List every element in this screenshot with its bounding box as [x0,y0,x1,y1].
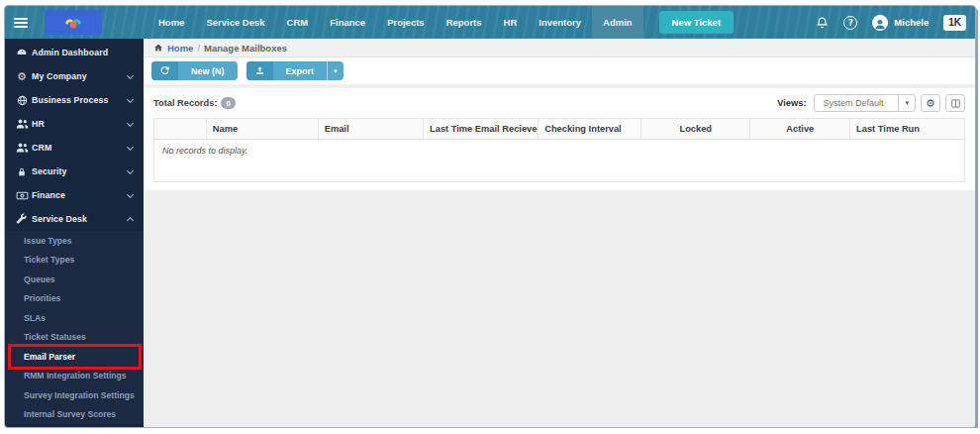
no-records-message: No records to display. [154,140,964,182]
submenu-item-ticket-statuses[interactable]: Ticket Statuses [5,328,144,348]
chevron-down-icon [127,72,134,79]
sidebar-item-crm[interactable]: CRM [5,136,144,160]
sidebar-item-service-desk[interactable]: Service Desk [5,207,144,231]
column-header-last-time-email-recieved[interactable]: Last Time Email Recieved [424,119,539,140]
sidebar-item-label: Finance [32,190,65,200]
column-header-locked[interactable]: Locked [641,119,750,140]
submenu-item-priorities[interactable]: Priorities [5,289,144,309]
sidebar-item-label: HR [32,119,45,129]
column-header-email[interactable]: Email [318,119,423,140]
nav-item-finance[interactable]: Finance [319,6,376,39]
submenu-item-issue-types[interactable]: Issue Types [5,231,144,251]
select-caret-icon: ▾ [898,95,915,111]
app-window: Home Service Desk CRM Finance Projects R… [4,5,976,428]
submenu-item-email-parser[interactable]: Email Parser [5,347,144,367]
sidebar-item-security[interactable]: Security [5,160,144,183]
grid-header-bar: Total Records: 0 Views: System Default ▾… [144,88,975,118]
chevron-down-icon [127,191,134,198]
globe-icon [14,95,30,106]
topbar-right-group: ? Michele 1K [816,15,975,31]
breadcrumb-separator: / [197,43,200,54]
nav-item-home[interactable]: Home [147,6,195,39]
views-selected-option: System Default [815,95,898,111]
user-avatar-icon [872,15,888,31]
columns-icon [950,98,961,109]
lock-icon [14,166,30,177]
submenu-item-internal-survey-scores[interactable]: Internal Survey Scores [5,405,144,425]
views-controls: Views: System Default ▾ ⚙ [777,94,965,112]
total-records-label: Total Records: [153,98,217,108]
sidebar-item-business-process[interactable]: Business Process [5,88,144,112]
main-nav: Home Service Desk CRM Finance Projects R… [147,6,643,39]
sidebar-item-finance[interactable]: Finance [5,183,144,207]
nav-item-service-desk[interactable]: Service Desk [195,6,275,39]
gear-icon: ⚙ [14,70,30,83]
main-content: Home / Manage Mailboxes New (N) [144,39,975,427]
column-header-last-time-run[interactable]: Last Time Run [850,119,964,140]
column-chooser-button[interactable] [945,94,965,112]
hamburger-menu-icon[interactable] [14,16,28,30]
help-question-icon[interactable]: ? [843,16,857,30]
export-button[interactable]: Export ▾ [246,61,343,80]
submenu-item-survey-integration-settings[interactable]: Survey Integration Settings [5,385,144,405]
new-button-label: New (N) [178,61,238,80]
nav-item-admin[interactable]: Admin [592,6,643,39]
logo-mark-icon [62,15,84,31]
submenu-item-ticket-types[interactable]: Ticket Types [5,251,144,271]
new-button[interactable]: New (N) [151,61,238,80]
user-name: Michele [894,17,929,28]
new-ticket-button[interactable]: New Ticket [659,11,734,34]
mailboxes-grid-card: Total Records: 0 Views: System Default ▾… [144,88,975,190]
submenu-item-slas[interactable]: SLAs [5,308,144,328]
chevron-down-icon [127,144,134,151]
dashboard-icon [14,47,30,58]
chevron-down-icon [127,120,134,127]
home-icon [153,43,163,53]
nav-item-reports[interactable]: Reports [436,6,493,39]
table-header-row: Name Email Last Time Email Recieved Chec… [154,119,964,140]
sidebar-item-label: Security [32,166,67,176]
submenu-item-label: Email Parser [24,352,75,362]
breadcrumb-current-page: Manage Mailboxes [204,43,287,54]
service-desk-submenu: Issue Types Ticket Types Queues Prioriti… [5,231,144,424]
export-dropdown-caret-icon[interactable]: ▾ [327,61,343,80]
nav-item-crm[interactable]: CRM [276,6,320,39]
company-logo[interactable] [45,10,102,35]
nav-item-projects[interactable]: Projects [376,6,436,39]
sidebar-item-label: Business Process [32,95,108,105]
export-icon [246,61,273,80]
top-navigation-bar: Home Service Desk CRM Finance Projects R… [5,6,975,39]
new-refresh-icon [151,61,178,80]
submenu-item-queues[interactable]: Queues [5,270,144,289]
wrench-icon [14,213,30,225]
breadcrumb-home-link[interactable]: Home [167,43,193,54]
chevron-down-icon [127,167,134,174]
users-icon [14,118,30,130]
views-select[interactable]: System Default ▾ [814,94,916,112]
content-background [144,190,975,427]
mailboxes-table: Name Email Last Time Email Recieved Chec… [153,118,965,182]
sidebar-item-label: Service Desk [32,214,87,224]
nav-item-hr[interactable]: HR [493,6,529,39]
column-header-checking-interval[interactable]: Checking Interval [539,119,641,140]
breadcrumb: Home / Manage Mailboxes [144,39,975,57]
column-header-row-selector[interactable] [154,119,206,140]
views-settings-gear-button[interactable]: ⚙ [921,94,940,112]
sidebar-item-hr[interactable]: HR [5,112,144,136]
sidebar-item-admin-dashboard[interactable]: Admin Dashboard [5,41,144,64]
banknote-icon [14,190,30,201]
action-toolbar: New (N) Export ▾ [144,57,975,84]
nav-item-inventory[interactable]: Inventory [528,6,592,39]
sidebar-item-label: CRM [32,143,51,153]
sidebar-item-my-company[interactable]: ⚙ My Company [5,64,144,88]
sidebar-item-label: Admin Dashboard [32,48,108,57]
column-header-active[interactable]: Active [750,119,850,140]
export-button-label: Export [273,61,328,80]
notifications-bell-icon[interactable] [816,16,829,30]
user-menu[interactable]: Michele [872,15,929,31]
sidebar-item-label: My Company [32,71,87,81]
chevron-up-icon [127,217,134,224]
brand-1k-badge[interactable]: 1K [943,15,966,31]
submenu-item-rmm-integration-settings[interactable]: RMM Integration Settings [5,367,144,386]
column-header-name[interactable]: Name [206,119,318,140]
